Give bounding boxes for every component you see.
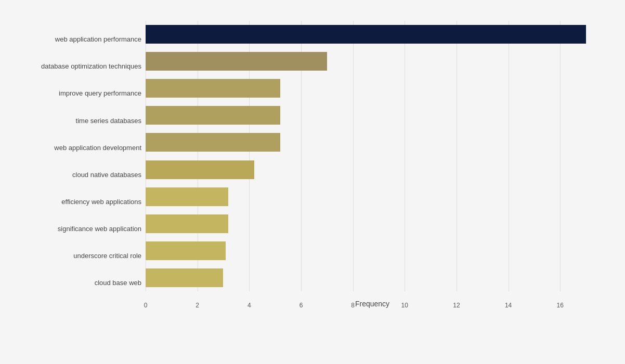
x-tick-12: 12: [453, 302, 460, 309]
bar-row-9: [146, 268, 599, 287]
y-label-7: significance web application: [10, 215, 141, 242]
bar-row-6: [146, 187, 599, 206]
y-label-0: web application performance: [10, 26, 141, 53]
bar-3: [146, 106, 280, 125]
bar-row-7: [146, 214, 599, 233]
y-label-8: underscore critical role: [10, 242, 141, 269]
x-tick-6: 6: [300, 302, 303, 309]
x-tick-14: 14: [505, 302, 512, 309]
chart-plot-area: 0246810121416Frequency: [146, 21, 599, 312]
bar-6: [146, 187, 228, 206]
x-tick-0: 0: [144, 302, 148, 309]
bar-row-4: [146, 133, 599, 152]
bar-row-0: [146, 25, 599, 44]
bar-1: [146, 52, 327, 71]
x-axis-label: Frequency: [146, 300, 599, 308]
bar-8: [146, 241, 226, 260]
bar-row-3: [146, 106, 599, 125]
y-label-6: efficiency web applications: [10, 188, 141, 215]
x-tick-4: 4: [248, 302, 251, 309]
bar-row-1: [146, 52, 599, 71]
bar-row-8: [146, 241, 599, 260]
bar-row-2: [146, 79, 599, 98]
x-tick-8: 8: [351, 302, 355, 309]
bar-2: [146, 79, 280, 98]
x-tick-10: 10: [401, 302, 408, 309]
chart-wrapper: web application performancedatabase opti…: [0, 0, 625, 364]
bar-5: [146, 160, 254, 179]
bar-9: [146, 268, 223, 287]
y-label-1: database optimization techniques: [10, 53, 141, 80]
x-tick-2: 2: [196, 302, 199, 309]
y-label-2: improve query performance: [10, 80, 141, 107]
bar-4: [146, 133, 280, 152]
x-tick-16: 16: [557, 302, 564, 309]
bar-7: [146, 214, 228, 233]
y-axis-labels: web application performancedatabase opti…: [10, 21, 146, 312]
y-label-9: cloud base web: [10, 269, 141, 296]
y-label-3: time series databases: [10, 107, 141, 134]
bar-row-5: [146, 160, 599, 179]
y-label-4: web application development: [10, 134, 141, 161]
x-axis: 0246810121416Frequency: [146, 300, 599, 320]
y-label-5: cloud native databases: [10, 161, 141, 188]
bar-0: [146, 25, 586, 44]
bars-container: [146, 21, 599, 291]
